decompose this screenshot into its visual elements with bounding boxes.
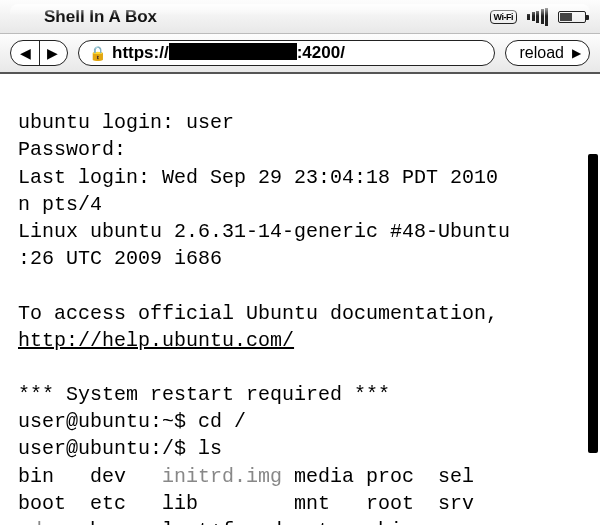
reload-button[interactable]: reload ▶: [505, 40, 590, 66]
url-port: :4200/: [297, 43, 345, 62]
back-button[interactable]: ◀: [15, 46, 37, 60]
url-host-redacted: [169, 43, 297, 60]
line-restart: *** System restart required ***: [18, 383, 390, 406]
ls-entry: sel: [438, 463, 600, 490]
ls-entry: bin: [18, 463, 90, 490]
line-docs: To access official Ubuntu documentation,: [18, 302, 498, 325]
scrollbar-thumb[interactable]: [588, 154, 598, 453]
line-uname-1: Linux ubuntu 2.6.31-14-generic #48-Ubunt…: [18, 220, 510, 243]
ls-listing: bindevinitrd.imgmediaprocselbootetclibmn…: [18, 463, 600, 525]
lock-icon: 🔒: [89, 46, 106, 60]
ls-entry: root: [366, 490, 438, 517]
line-lastlogin-1: Last login: Wed Sep 29 23:04:18 PDT 2010: [18, 166, 498, 189]
line-prompt-1: user@ubuntu:~$ cd /: [18, 410, 246, 433]
docs-link[interactable]: http://help.ubuntu.com/: [18, 329, 294, 352]
ls-entry: cdrom: [18, 517, 90, 525]
line-uname-2: :26 UTC 2009 i686: [18, 247, 222, 270]
nav-buttons: ◀ ▶: [10, 40, 68, 66]
chevron-right-icon: ▶: [572, 46, 581, 60]
terminal-output[interactable]: ubuntu login: user Password: Last login:…: [0, 74, 600, 525]
ls-entry: proc: [366, 463, 438, 490]
ls-entry: dev: [90, 463, 162, 490]
page-title: Shell In A Box: [44, 7, 490, 27]
wifi-icon: Wi-Fi: [490, 10, 517, 24]
ls-entry: etc: [90, 490, 162, 517]
ls-entry: opt: [294, 517, 366, 525]
signal-icon: [527, 8, 548, 26]
line-prompt-2: user@ubuntu:/$ ls: [18, 437, 222, 460]
nav-separator: [39, 41, 40, 65]
title-bar: Shell In A Box Wi-Fi: [0, 0, 600, 34]
browser-toolbar: ◀ ▶ 🔒 https://:4200/ reload ▶: [0, 34, 600, 74]
ls-entry: initrd.img: [162, 463, 294, 490]
ls-entry: media: [294, 463, 366, 490]
ls-entry: lost+found: [162, 517, 294, 525]
url-scheme: https://: [112, 43, 169, 62]
ls-entry: lib: [162, 490, 294, 517]
line-lastlogin-2: n pts/4: [18, 193, 102, 216]
ls-entry: sys: [438, 517, 600, 525]
status-icons: Wi-Fi: [490, 8, 586, 26]
ls-entry: home: [90, 517, 162, 525]
address-bar[interactable]: 🔒 https://:4200/: [78, 40, 495, 66]
ls-entry: sbin: [366, 517, 438, 525]
url-text: https://:4200/: [112, 43, 484, 63]
battery-icon: [558, 11, 586, 23]
reload-label: reload: [520, 44, 564, 62]
line-password: Password:: [18, 138, 126, 161]
ls-entry: mnt: [294, 490, 366, 517]
ls-entry: srv: [438, 490, 600, 517]
ls-entry: boot: [18, 490, 90, 517]
line-login: ubuntu login: user: [18, 111, 234, 134]
forward-button[interactable]: ▶: [42, 46, 64, 60]
scrollbar[interactable]: [588, 154, 598, 519]
